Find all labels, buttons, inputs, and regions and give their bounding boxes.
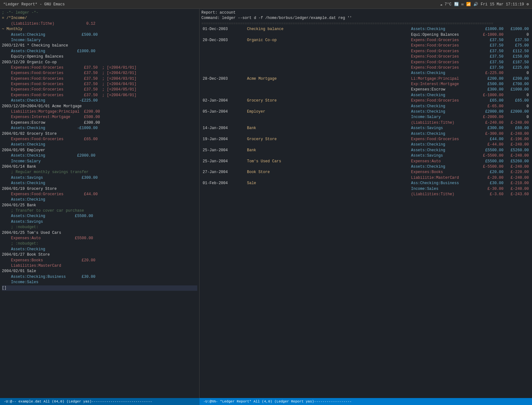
editor-line: Assets:Checking -£225.00 (2, 98, 197, 103)
row-account: Expens:Food:Groceries (410, 98, 479, 103)
row-date (201, 115, 246, 120)
row-amount: £-30.00 (479, 186, 505, 192)
row-total: £1000.00 (505, 87, 530, 92)
row-account: Assets:Checking (410, 104, 479, 109)
table-row: Assets:Checking£-5500.00£-240.00 (201, 164, 530, 170)
row-amount: £37.50 (479, 49, 505, 54)
editor-line: 2004/01/25 Bank (2, 203, 197, 208)
table-row: 25-Jan-2004BankAssets:Checking£5500.00£5… (201, 148, 530, 153)
editor-line: 2004/01/02 Grocery Store (2, 131, 197, 137)
titlebar-title: *Ledger Report* - GNU Emacs (3, 2, 65, 7)
row-date (201, 104, 246, 109)
volume-icon[interactable]: 🔊 (473, 2, 478, 7)
table-row: 14-Jan-2004BankAssets:Savings£300.00£60.… (201, 126, 530, 131)
row-date: 28-Dec-2003 (201, 76, 246, 82)
table-row: 02-Jan-2004Grocery StoreExpens:Food:Groc… (201, 98, 530, 103)
editor-line: Expenses:Food:Groceries £65.00 (2, 137, 197, 142)
table-row: Expens:Food:Groceries£37.50£112.50 (201, 49, 530, 54)
table-row: 01-Feb-2004SaleAss:Checking:Business£30.… (201, 181, 530, 186)
row-date (201, 192, 246, 197)
editor-line: Expenses:Food:Groceries £37.50 ; [=2004/… (2, 82, 197, 87)
editor-line: Expenses:Food:Groceries £37.50 ; [=2004/… (2, 93, 197, 98)
editor-line: 2003/12/20 Organic Co-op (2, 60, 197, 65)
table-row: Liabilitie:MasterCard£-20.00£-240.00 (201, 175, 530, 181)
row-name (246, 54, 410, 59)
row-amount: £-240.00 (479, 120, 505, 126)
table-row: (Liabilities:Tithe)£-240.00£-240.00 (201, 120, 530, 126)
settings-icon[interactable]: ⚙ (527, 2, 529, 7)
row-date (201, 186, 246, 192)
row-name: Checking balance (246, 27, 410, 32)
row-amount: £5500.00 (479, 159, 505, 164)
row-account: Income:Sales (410, 186, 479, 192)
row-name: Organic Co-op (246, 38, 410, 43)
editor-line: Expenses:Food:Groceries £44.00 (2, 192, 197, 197)
editor-content: ; -*- ledger -*-= /*Income/ (Liabilities… (2, 10, 197, 291)
row-total: £150.00 (505, 54, 530, 59)
row-name: Tom's Used Cars (246, 159, 410, 164)
row-date: 25-Jan-2004 (201, 159, 246, 164)
table-row: Income:Sales£-30.00£-240.00 (201, 186, 530, 192)
row-name (246, 93, 410, 98)
row-account: Assets:Savings (410, 153, 479, 159)
weather-display: ☁ 7°C (440, 2, 452, 7)
row-name (246, 120, 410, 126)
row-name (246, 175, 410, 181)
refresh-icon[interactable]: 🔄 (454, 2, 459, 7)
editor-line: Assets:Checking (2, 142, 197, 147)
editor-line: Assets:Checking -£1000.00 (2, 126, 197, 131)
row-account: Expenses:Books (410, 170, 479, 175)
table-row: 25-Jan-2004Tom's Used CarsExpenses:Auto£… (201, 159, 530, 164)
row-amount: £-65.00 (479, 104, 505, 109)
table-row: Expens:Food:Groceries£37.50£225.00 (201, 65, 530, 71)
row-total: £-220.00 (505, 170, 530, 175)
editor-line: ; Transfer to cover car purchase (2, 208, 197, 214)
row-total: £-240.00 (505, 153, 530, 159)
editor-line: [] (2, 285, 197, 291)
row-name (246, 192, 410, 197)
row-amount: £20.00 (479, 170, 505, 175)
row-amount: £-1000.00 (479, 32, 505, 38)
editor-line: Assets:Checking £5500.00 (2, 214, 197, 219)
mail-icon[interactable]: ✉ (461, 2, 464, 7)
row-date: 02-Jan-2004 (201, 98, 246, 103)
report-separator: ========================================… (201, 21, 530, 27)
editor-line: Income:Sales (2, 280, 197, 285)
editor-line: 2003/12/28=2004/01/01 Acme Mortgage (2, 104, 197, 109)
editor-line: Income:Salary (2, 38, 197, 43)
titlebar: *Ledger Report* - GNU Emacs ☁ 7°C 🔄 ✉ 📶 … (0, 0, 532, 9)
left-editor-pane[interactable]: ; -*- ledger -*-= /*Income/ (Liabilities… (0, 9, 200, 398)
editor-line: Expenses:Escrow £300.00 (2, 120, 197, 126)
editor-line: 2004/01/25 Tom's Used Cars (2, 230, 197, 236)
row-total: 0 (505, 32, 530, 38)
row-total: £-240.00 (505, 142, 530, 147)
row-amount: £200.00 (479, 76, 505, 82)
statusbar-left: -U:@-- example.dat All (64,0) (Ledger ya… (0, 398, 200, 405)
row-amount: £-5500.00 (479, 153, 505, 159)
row-account: (Liabilities:Tithe) (410, 192, 479, 197)
editor-line: Expenses:Auto £5500.00 (2, 236, 197, 241)
row-amount: £-1000.00 (479, 93, 505, 98)
row-date (201, 49, 246, 54)
row-date (201, 54, 246, 59)
table-row: (Liabilities:Tithe)£-3.60£-243.60 (201, 192, 530, 197)
row-name (246, 131, 410, 137)
editor-line: 2004/01/05 Employer (2, 148, 197, 153)
row-date: 01-Feb-2004 (201, 181, 246, 186)
row-date (201, 120, 246, 126)
row-amount: £-2000.00 (479, 115, 505, 120)
row-name: Acme Mortgage (246, 76, 410, 82)
row-date: 14-Jan-2004 (201, 126, 246, 131)
editor-line: ~ Monthly (2, 27, 197, 32)
row-name (246, 104, 410, 109)
row-account: Expens:Food:Groceries (410, 49, 479, 54)
editor-line: Expenses:Food:Groceries £37.50 ; [=2004/… (2, 65, 197, 71)
row-total: 0 (505, 115, 530, 120)
row-name: Grocery Store (246, 98, 410, 103)
row-account: Assets:Checking (410, 164, 479, 170)
row-account: Expenses:Auto (410, 159, 479, 164)
table-row: Exp:Interest:Mortgage£500.00£700.00 (201, 82, 530, 87)
titlebar-right: ☁ 7°C 🔄 ✉ 📶 🔊 Fri 15 Mar 17:11:19 ⚙ (440, 2, 529, 7)
editor-line: 2003/12/01 * Checking balance (2, 43, 197, 48)
table-row: 27-Jan-2004Book StoreExpenses:Books£20.0… (201, 170, 530, 175)
